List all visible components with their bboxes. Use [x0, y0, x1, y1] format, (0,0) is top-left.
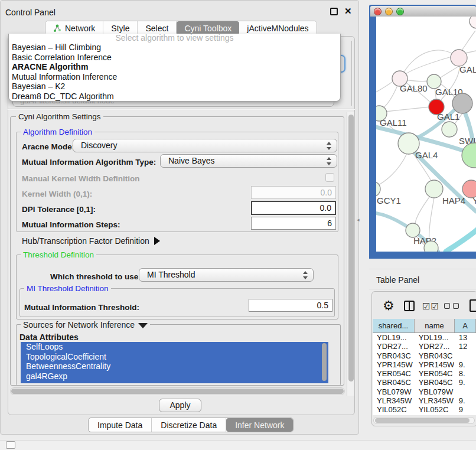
tab-cyni-toolbox[interactable]: Cyni Toolbox: [177, 21, 239, 35]
column-header[interactable]: name: [415, 319, 455, 332]
table-row[interactable]: YDL19...YDL19...13: [373, 333, 476, 342]
table-row[interactable]: YBR045CYBR045C9.: [373, 378, 476, 387]
which-threshold-label: Which threshold to use:: [50, 272, 141, 281]
node-hap4[interactable]: [425, 180, 443, 198]
apply-button[interactable]: Apply: [159, 399, 201, 412]
table-row[interactable]: YDR27...YDR27...12: [373, 342, 476, 351]
table-cell: 9.: [455, 396, 476, 405]
data-attributes-label: Data Attributes: [19, 332, 79, 342]
table-row[interactable]: YPR145WYPR145W9.: [373, 360, 476, 369]
algorithm-item[interactable]: Dream8 DC_TDC Algorithm: [9, 92, 340, 102]
algorithm-dropdown-popup: Select algorithm to view settings Bayesi…: [8, 34, 341, 102]
settings-horizontal-scrollbar[interactable]: [10, 387, 345, 395]
column-header[interactable]: A: [455, 319, 476, 332]
node-attribute-table[interactable]: shared...nameA YDL19...YDL19...13YDR27..…: [373, 319, 476, 415]
cyni-bottom-tabbar: Impute DataDiscretize DataInfer Network: [88, 418, 294, 432]
table-cell: YBR043C: [415, 351, 455, 360]
tab-label: Network: [65, 24, 95, 33]
splitter-handle[interactable]: ◂: [357, 217, 360, 223]
tab-select[interactable]: Select: [138, 21, 177, 35]
network-edge: [382, 86, 397, 109]
select-all-checkboxes-icon[interactable]: ☑☑: [422, 301, 439, 312]
attribute-item[interactable]: gal4RGexp: [21, 371, 328, 381]
sources-expander[interactable]: Sources for Network Inference: [21, 320, 150, 330]
table-horizontal-scrollbar[interactable]: [373, 417, 475, 424]
algorithm-item[interactable]: Mutual Information Inference: [9, 72, 340, 82]
node-swi4[interactable]: [442, 122, 457, 137]
tab-impute-data[interactable]: Impute Data: [89, 418, 152, 432]
attribute-item[interactable]: SelfLoops: [21, 342, 328, 352]
close-traffic-light-icon[interactable]: [374, 8, 382, 15]
which-threshold-combo[interactable]: MI Threshold: [139, 268, 314, 282]
table-cell: YER054C: [373, 369, 415, 378]
table-cell: YLR345W: [415, 396, 455, 405]
tab-jactivemnodules[interactable]: jActiveMNodules: [239, 21, 316, 35]
attribute-item[interactable]: BetweennessCentrality: [21, 361, 328, 371]
minimize-traffic-light-icon[interactable]: [385, 8, 393, 15]
zoom-traffic-light-icon[interactable]: [396, 8, 404, 15]
threshold-definition-title: Threshold Definition: [21, 250, 96, 259]
tab-network[interactable]: Network: [45, 21, 103, 35]
node-salmon-label: Y: [472, 195, 476, 206]
table-row[interactable]: YER054CYER054C8.: [373, 369, 476, 378]
table-panel-title: Table Panel: [376, 275, 419, 285]
table-row[interactable]: YBR043CYBR043C: [373, 351, 476, 360]
kernel-width-field[interactable]: 0.0: [251, 186, 336, 199]
tab-style[interactable]: Style: [103, 21, 138, 35]
close-icon[interactable]: ✕: [344, 6, 352, 17]
document-icon[interactable]: [470, 299, 476, 312]
node-top-corner[interactable]: [470, 17, 476, 28]
status-strip: [0, 440, 476, 450]
node-gal4-label: GAL4: [415, 150, 438, 160]
node-gal7[interactable]: [451, 50, 467, 66]
clear-checkboxes-icon[interactable]: [444, 303, 450, 309]
network-window-titlebar[interactable]: [370, 6, 476, 17]
algorithm-definition-title: Algorithm Definition: [21, 128, 94, 136]
algorithm-item[interactable]: Bayesian – Hill Climbing: [9, 43, 340, 53]
float-icon[interactable]: [330, 8, 338, 15]
algorithm-item[interactable]: ARACNE Algorithm: [9, 62, 340, 72]
table-row[interactable]: YIL052CYIL052C9: [373, 405, 476, 414]
list-scrollbar-thumb[interactable]: [322, 343, 327, 381]
table-body: YDL19...YDL19...13YDR27...YDR27...12YBR0…: [373, 333, 476, 415]
scrollbar-thumb[interactable]: [348, 115, 354, 381]
node-swi4-big[interactable]: [462, 143, 476, 168]
mi-steps-field[interactable]: 6: [251, 217, 336, 230]
aracne-mode-combo[interactable]: Discovery: [73, 139, 337, 152]
tab-infer-network[interactable]: Infer Network: [226, 418, 293, 432]
node-gcy1[interactable]: [376, 181, 380, 197]
settings-vertical-scrollbar[interactable]: [347, 112, 354, 396]
which-threshold-value: MI Threshold: [147, 270, 195, 279]
scrollbar-thumb[interactable]: [11, 389, 344, 394]
scrollbar-thumb[interactable]: [375, 418, 470, 423]
attribute-item[interactable]: TopologicalCoefficient: [21, 352, 328, 362]
table-cell: YDL19...: [415, 333, 455, 342]
minimized-panel-icon[interactable]: [6, 441, 15, 449]
clear-checkboxes-icon[interactable]: [453, 303, 459, 309]
data-attributes-list[interactable]: SelfLoopsTopologicalCoefficientBetweenne…: [21, 342, 328, 383]
algorithm-item[interactable]: Bayesian – K2: [9, 81, 340, 92]
network-edge: [415, 195, 431, 224]
table-row[interactable]: YLR345WYLR345W9.: [373, 396, 476, 405]
node-gcy1-label: GCY1: [377, 195, 401, 206]
mi-threshold-field[interactable]: 0.5: [249, 299, 332, 312]
columns-icon[interactable]: [404, 301, 415, 311]
table-cell: 9.: [455, 378, 476, 387]
network-canvas[interactable]: GAL7GAL80GAL10GAL1GAL11SWI4GAL4GCY1HAP4Y…: [376, 17, 476, 252]
node-gray[interactable]: [452, 93, 472, 113]
stepper-icon: [326, 142, 331, 150]
obscured-groupbox-edge: [351, 41, 352, 106]
network-edge: [376, 81, 393, 93]
table-cell: YBL079W: [373, 387, 415, 396]
algorithm-item[interactable]: Basic Correlation Inference: [9, 53, 340, 63]
tab-discretize-data[interactable]: Discretize Data: [152, 418, 226, 432]
hub-definition-expander[interactable]: Hub/Transcription Factor Definition: [22, 236, 160, 246]
manual-kernel-checkbox[interactable]: [325, 173, 334, 182]
node-bottom[interactable]: [424, 241, 438, 252]
gear-icon[interactable]: ⚙: [383, 298, 395, 314]
network-edge: [376, 154, 407, 188]
mi-type-combo[interactable]: Naive Bayes: [160, 154, 337, 168]
table-row[interactable]: YBL079WYBL079W: [373, 387, 476, 396]
column-header[interactable]: shared...: [373, 319, 415, 332]
dpi-tolerance-field[interactable]: 0.0: [251, 201, 336, 215]
